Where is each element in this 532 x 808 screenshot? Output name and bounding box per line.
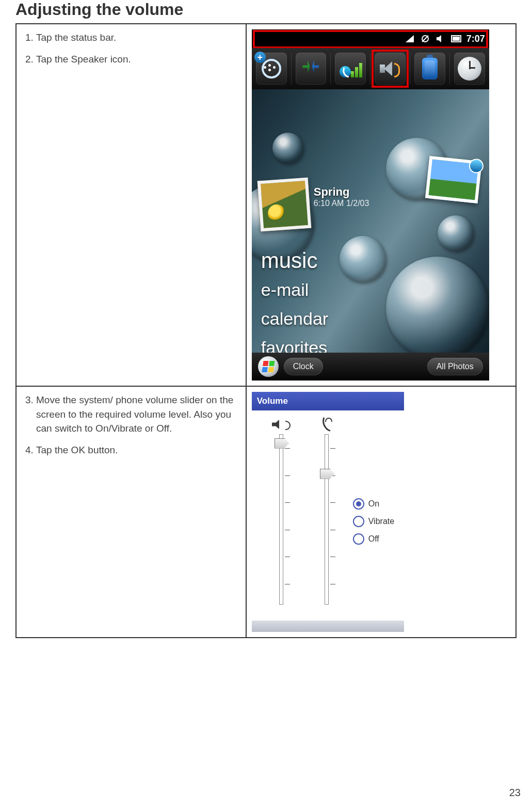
radio-on[interactable]: On (353, 498, 394, 510)
system-volume-thumb[interactable] (275, 438, 289, 449)
menu-item-email[interactable]: e-mail (261, 275, 328, 304)
system-volume-slider[interactable] (279, 434, 283, 605)
page-number: 23 (509, 787, 521, 799)
album-thumbnail[interactable] (257, 178, 311, 232)
system-volume-column (263, 418, 299, 605)
phone-volume-slider[interactable] (325, 434, 329, 605)
step-3: Move the system/ phone volume slider on … (36, 393, 239, 436)
sync-status-icon (420, 34, 430, 44)
battery-button[interactable] (414, 53, 445, 85)
start-button[interactable] (258, 356, 279, 377)
instructions-cell-1: Tap the status bar. Tap the Speaker icon… (16, 24, 246, 386)
home-menu: music e-mail calendar favorites (261, 246, 328, 362)
battery-icon (422, 58, 438, 80)
media-title: Spring (314, 185, 369, 199)
windows-icon (262, 361, 275, 372)
radio-label-vibrate: Vibrate (368, 517, 394, 526)
instructions-cell-2: Move the system/ phone volume slider on … (16, 386, 246, 638)
screenshot-cell-2: Volume (246, 386, 516, 638)
magnifier-icon: + (262, 59, 281, 78)
status-bar[interactable]: 7:07 (252, 29, 489, 48)
zoom-button[interactable]: + (256, 53, 287, 85)
step-2: Tap the Speaker icon. (36, 52, 239, 67)
step-list-1: Tap the status bar. Tap the Speaker icon… (23, 30, 239, 66)
bottom-bar: Clock All Photos (252, 353, 489, 381)
instruction-table: Tap the status bar. Tap the Speaker icon… (15, 23, 517, 638)
radio-vibrate[interactable]: Vibrate (353, 516, 394, 527)
screenshot-cell-1: 7:07 + (246, 24, 516, 386)
volume-status-icon (436, 34, 446, 44)
radio-label-on: On (368, 499, 379, 509)
step-1: Tap the status bar. (36, 30, 239, 45)
status-bar-time: 7:07 (466, 34, 485, 44)
volume-mode-radios: On Vibrate Off (353, 498, 394, 551)
signal-icon (340, 60, 361, 77)
menu-item-music[interactable]: music (261, 246, 328, 275)
phone-volume-icon (321, 419, 332, 430)
radio-dot-on (353, 498, 364, 510)
radio-off[interactable]: Off (353, 533, 394, 545)
volume-dialog-header: Volume (252, 392, 404, 410)
phone-signal-button[interactable] (335, 53, 366, 85)
radio-label-off: Off (368, 534, 379, 544)
svg-rect-3 (461, 37, 461, 40)
phone-volume-thumb[interactable] (320, 469, 334, 479)
system-volume-icon (272, 420, 283, 429)
media-info: Spring 6:10 AM 1/2/03 (314, 185, 369, 208)
all-photos-softkey[interactable]: All Photos (427, 358, 483, 375)
photos-thumbnail[interactable] (425, 156, 482, 203)
step-4: Tap the OK button. (36, 443, 239, 457)
clock-softkey[interactable]: Clock (284, 358, 323, 375)
volume-dialog-screenshot: Volume (252, 392, 404, 632)
home-screen-screenshot: 7:07 + (252, 29, 489, 381)
media-subtitle: 6:10 AM 1/2/03 (314, 199, 369, 208)
highlight-speaker-icon (372, 50, 409, 88)
clock-button[interactable] (454, 53, 485, 85)
step-list-2: Move the system/ phone volume slider on … (23, 393, 239, 457)
svg-rect-4 (453, 37, 460, 41)
phone-volume-column (309, 418, 345, 605)
radio-dot-vibrate (353, 516, 364, 527)
volume-dialog-footer (252, 621, 404, 632)
quick-toolbar: + (252, 48, 489, 89)
sync-button[interactable] (296, 53, 327, 85)
network-icon (405, 34, 415, 44)
page-title: Adjusting the volume (15, 0, 517, 19)
system-volume-wave-icon (285, 420, 291, 429)
sync-icon (302, 60, 319, 77)
battery-status-icon (451, 34, 461, 44)
speaker-button[interactable] (375, 53, 406, 85)
menu-item-calendar[interactable]: calendar (261, 304, 328, 333)
radio-dot-off (353, 533, 364, 545)
clock-icon (458, 57, 481, 81)
